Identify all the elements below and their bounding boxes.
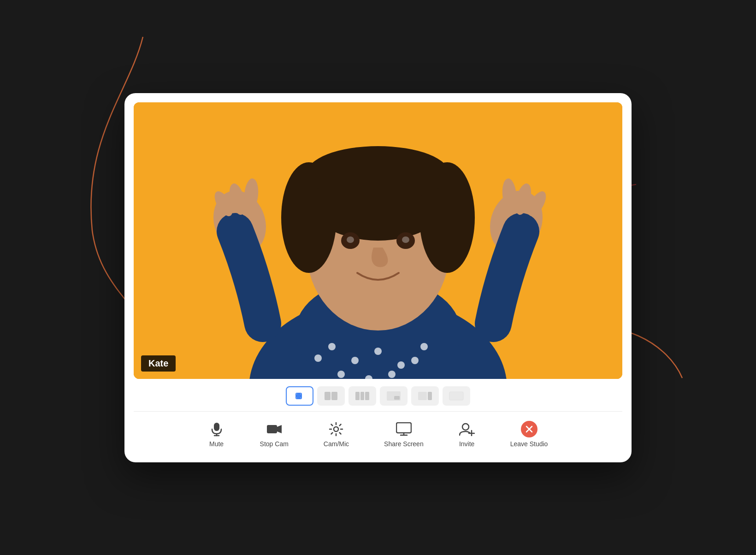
svg-rect-39	[394, 396, 400, 400]
stop-cam-label: Stop Cam	[260, 440, 289, 448]
cam-mic-label: Cam/Mic	[324, 440, 349, 448]
layout-side-button[interactable]	[411, 386, 439, 406]
svg-rect-33	[325, 392, 331, 400]
camera-icon	[266, 421, 283, 437]
video-area: Kate	[134, 102, 622, 379]
layout-pip-button[interactable]	[380, 386, 408, 406]
layout-selector	[134, 379, 622, 411]
svg-point-11	[347, 236, 354, 243]
svg-point-12	[402, 236, 409, 243]
svg-point-22	[351, 357, 359, 364]
svg-point-52	[462, 424, 469, 430]
invite-button[interactable]: Invite	[455, 419, 479, 449]
svg-point-31	[296, 393, 301, 399]
svg-rect-49	[396, 423, 411, 433]
svg-point-28	[388, 371, 396, 378]
svg-rect-40	[418, 392, 427, 400]
leave-studio-icon	[521, 421, 537, 437]
svg-rect-46	[267, 425, 277, 433]
participant-name-label: Kate	[141, 355, 176, 372]
svg-rect-34	[331, 392, 337, 400]
leave-studio-button[interactable]: Leave Studio	[507, 419, 552, 449]
stop-cam-button[interactable]: Stop Cam	[256, 419, 292, 449]
layout-grid2-button[interactable]	[317, 386, 345, 406]
invite-icon	[459, 421, 475, 437]
layout-side-icon	[418, 390, 432, 401]
layout-blank-icon	[449, 390, 464, 401]
svg-point-30	[314, 354, 322, 362]
svg-point-48	[334, 427, 338, 431]
microphone-icon	[208, 421, 225, 437]
svg-marker-47	[277, 425, 282, 433]
gear-icon	[328, 421, 344, 437]
layout-grid2-icon	[324, 390, 338, 401]
svg-point-26	[337, 371, 345, 378]
layout-grid3-icon	[355, 390, 370, 401]
svg-point-24	[397, 361, 405, 369]
svg-point-29	[411, 357, 419, 364]
cam-mic-button[interactable]: Cam/Mic	[320, 419, 353, 449]
mute-label: Mute	[209, 440, 224, 448]
svg-rect-37	[365, 392, 369, 400]
svg-rect-43	[214, 423, 219, 431]
video-feed	[134, 102, 622, 379]
svg-point-8	[307, 146, 449, 201]
layout-pip-icon	[386, 390, 401, 401]
svg-rect-35	[355, 392, 360, 400]
leave-studio-label: Leave Studio	[510, 440, 548, 448]
share-screen-label: Share Screen	[384, 440, 424, 448]
controls-bar: Mute Stop Cam Cam/Mic	[134, 411, 622, 462]
svg-rect-42	[449, 392, 463, 400]
svg-point-23	[374, 348, 382, 355]
svg-point-25	[420, 343, 428, 350]
layout-single-icon	[292, 390, 307, 401]
monitor-icon	[396, 421, 412, 437]
mute-button[interactable]: Mute	[205, 419, 229, 449]
share-screen-button[interactable]: Share Screen	[380, 419, 427, 449]
layout-blank-button[interactable]	[443, 386, 470, 406]
svg-rect-36	[360, 392, 364, 400]
studio-window: Kate	[124, 93, 632, 462]
svg-rect-41	[428, 392, 432, 400]
invite-label: Invite	[459, 440, 474, 448]
layout-single-button[interactable]	[286, 386, 313, 406]
svg-point-21	[328, 343, 336, 350]
layout-grid3-button[interactable]	[348, 386, 376, 406]
